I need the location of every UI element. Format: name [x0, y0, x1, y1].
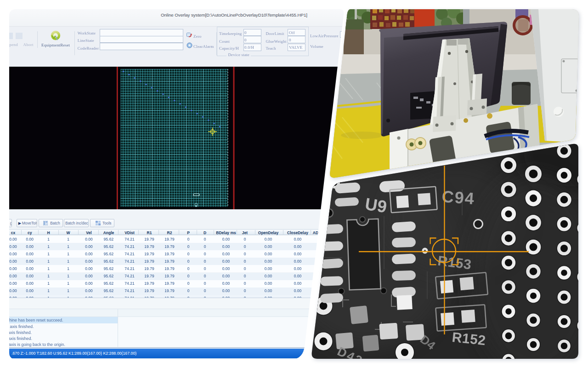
svg-text:C94: C94	[441, 187, 476, 208]
svg-text:U9: U9	[364, 195, 388, 217]
